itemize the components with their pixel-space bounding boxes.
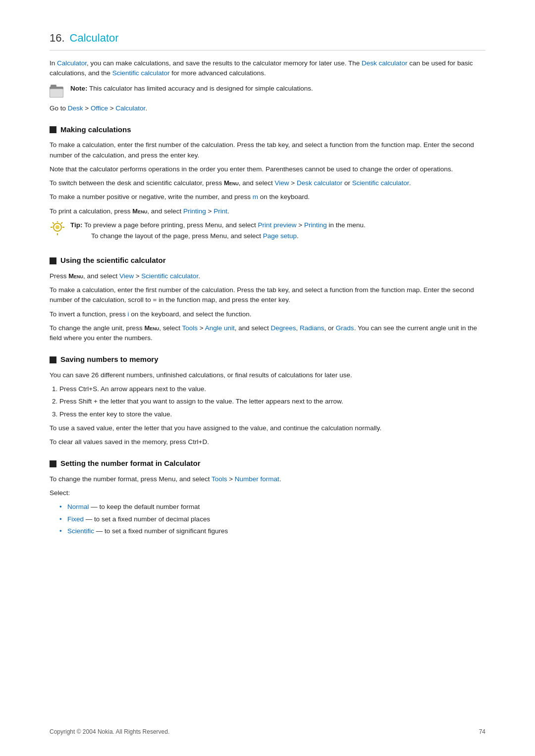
bullet-fixed: Fixed — to set a fixed number of decimal…	[59, 514, 485, 524]
bullet-normal-text: — to keep the default number format	[89, 503, 200, 510]
scientific-p3: To change the angle unit, press Menu, se…	[50, 323, 485, 344]
note-text: Note: This calculator has limited accura…	[70, 84, 313, 94]
page-title: 16.Calculator	[50, 30, 485, 50]
section-body-number-format: To change the number format, press Menu,…	[50, 474, 485, 536]
footer: Copyright © 2004 Nokia. All Rights Reser…	[50, 727, 485, 736]
note-box: Note: This calculator has limited accura…	[50, 84, 485, 99]
scientific-press-line: Press Menu, and select View > Scientific…	[50, 271, 485, 281]
number-format-intro-period: .	[279, 475, 281, 483]
link-view-2[interactable]: View	[119, 272, 134, 280]
section-number-format: Setting the number format in Calculator …	[50, 458, 485, 536]
svg-line-9	[61, 222, 62, 224]
link-scientific-bullet[interactable]: Scientific	[67, 527, 94, 535]
section-icon-number-format	[50, 460, 56, 467]
making-calc-p2: Note that the calculator performs operat…	[50, 164, 485, 174]
link-print[interactable]: Print	[214, 207, 227, 215]
breadcrumb: Go to Desk > Office > Calculator.	[50, 103, 485, 113]
link-normal[interactable]: Normal	[67, 503, 89, 510]
bullet-normal: Normal — to keep the default number form…	[59, 502, 485, 512]
link-degrees[interactable]: Degrees	[271, 324, 296, 332]
chapter-number: 16.	[50, 32, 65, 44]
scientific-p2: To invert a function, press i on the key…	[50, 309, 485, 319]
link-scientific-calculator-intro[interactable]: Scientific calculator	[112, 69, 170, 77]
making-calc-p4: To make a number positive or negative, w…	[50, 192, 485, 202]
note-label: Note:	[70, 85, 88, 92]
intro-paragraph: In Calculator, you can make calculations…	[50, 58, 485, 79]
section-body-scientific: Press Menu, and select View > Scientific…	[50, 271, 485, 344]
link-view-1[interactable]: View	[275, 179, 289, 187]
link-radians[interactable]: Radians	[300, 324, 324, 332]
section-title-number-format-text: Setting the number format in Calculator	[60, 458, 201, 469]
section-title-making-calculations: Making calculations	[50, 124, 485, 136]
menu-ref-3: Menu	[68, 272, 83, 280]
breadcrumb-prefix: Go to	[50, 104, 68, 112]
section-saving-numbers: Saving numbers to memory You can save 26…	[50, 354, 485, 447]
select-label: Select:	[50, 488, 485, 498]
section-making-calculations: Making calculations To make a calculatio…	[50, 124, 485, 245]
number-format-intro-sep: >	[227, 475, 234, 483]
tip-line1-after: in the menu.	[327, 221, 366, 229]
section-title-number-format: Setting the number format in Calculator	[50, 458, 485, 469]
section-body-making-calculations: To make a calculation, enter the first n…	[50, 140, 485, 244]
breadcrumb-calculator[interactable]: Calculator	[115, 104, 145, 112]
bullet-fixed-text: — to set a fixed number of decimal place…	[84, 515, 210, 523]
section-title-scientific: Using the scientific calculator	[50, 255, 485, 266]
section-icon-scientific	[50, 257, 56, 264]
number-format-intro-before: To change the number format, press Menu,…	[50, 475, 212, 483]
link-number-format[interactable]: Number format	[235, 475, 279, 483]
link-page-setup[interactable]: Page setup	[263, 232, 297, 240]
menu-ref: Menu	[224, 179, 239, 187]
link-fixed[interactable]: Fixed	[67, 515, 84, 523]
saving-step-1: Press Ctrl+S. An arrow appears next to t…	[59, 384, 485, 394]
tip-line2-before: To change the layout of the page, press …	[91, 232, 263, 240]
breadcrumb-desk[interactable]: Desk	[68, 104, 83, 112]
link-scientific-calculator-1[interactable]: Scientific calculator	[352, 179, 409, 187]
intro-text-end: for more advanced calculations.	[169, 69, 266, 77]
bullet-scientific: Scientific — to set a fixed number of si…	[59, 526, 485, 536]
breadcrumb-office[interactable]: Office	[91, 104, 108, 112]
tip-icon	[50, 221, 65, 237]
link-i[interactable]: i	[128, 310, 129, 318]
section-title-text: Making calculations	[60, 124, 131, 136]
note-body: This calculator has limited accuracy and…	[88, 85, 313, 92]
scientific-p1: To make a calculation, enter the first n…	[50, 285, 485, 305]
bullet-scientific-text: — to set a fixed number of significant f…	[94, 527, 228, 535]
number-format-bullets: Normal — to keep the default number form…	[59, 502, 485, 536]
tip-label: Tip:	[70, 221, 83, 229]
link-print-preview[interactable]: Print preview	[258, 221, 296, 229]
section-title-saving: Saving numbers to memory	[50, 354, 485, 365]
making-calc-p3: To switch between the desk and scientifi…	[50, 178, 485, 188]
link-m[interactable]: m	[253, 193, 258, 201]
saving-step-3: Press the enter key to store the value.	[59, 409, 485, 419]
svg-point-11	[55, 225, 59, 229]
section-title-scientific-text: Using the scientific calculator	[60, 255, 166, 266]
tip-content: Tip: To preview a page before printing, …	[70, 220, 366, 245]
saving-steps-list: Press Ctrl+S. An arrow appears next to t…	[59, 384, 485, 419]
breadcrumb-sep2: >	[108, 104, 115, 112]
link-grads[interactable]: Grads	[336, 324, 354, 332]
saving-step-2: Press Shift + the letter that you want t…	[59, 397, 485, 406]
menu-ref-4: Menu	[144, 324, 159, 332]
tip-line1-before: To preview a page before printing, press…	[83, 221, 258, 229]
number-format-intro: To change the number format, press Menu,…	[50, 474, 485, 484]
link-scientific-calc-2[interactable]: Scientific calculator	[141, 272, 198, 280]
tip-block: Tip: To preview a page before printing, …	[50, 220, 485, 245]
link-desk-calculator[interactable]: Desk calculator	[297, 179, 342, 187]
page-number: 74	[479, 727, 485, 736]
link-tools-1[interactable]: Tools	[182, 324, 198, 332]
svg-rect-2	[51, 85, 56, 89]
link-tools-2[interactable]: Tools	[212, 475, 227, 483]
making-calc-p1: To make a calculation, enter the first n…	[50, 140, 485, 160]
link-calculator-intro[interactable]: Calculator	[57, 59, 87, 67]
page-title-text: Calculator	[70, 32, 119, 44]
link-angle-unit[interactable]: Angle unit	[205, 324, 235, 332]
intro-text-mid: , you can make calculations, and save th…	[87, 59, 362, 67]
making-calc-p5: To print a calculation, press Menu, and …	[50, 206, 485, 216]
note-icon	[50, 85, 65, 99]
link-desk-calculator-intro[interactable]: Desk calculator	[362, 59, 407, 67]
link-printing-tip[interactable]: Printing	[304, 221, 327, 229]
section-icon-making-calculations	[50, 126, 56, 133]
svg-rect-3	[50, 89, 63, 97]
saving-intro: You can save 26 different numbers, unfin…	[50, 370, 485, 380]
link-printing[interactable]: Printing	[183, 207, 206, 215]
